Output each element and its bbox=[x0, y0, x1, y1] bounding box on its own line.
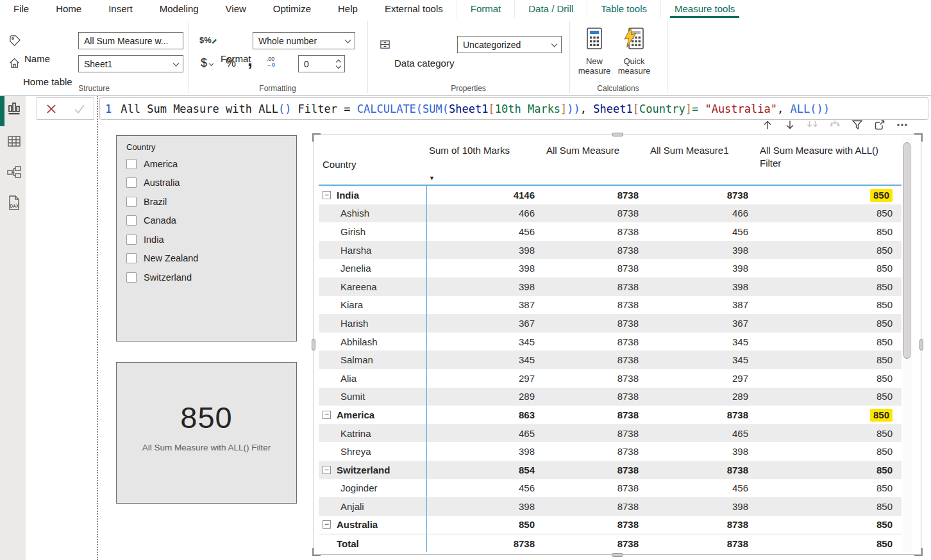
scrollbar-thumb[interactable] bbox=[903, 142, 910, 359]
collapse-icon[interactable]: − bbox=[323, 411, 331, 419]
menu-tab-view[interactable]: View bbox=[212, 0, 260, 18]
column-separator[interactable] bbox=[426, 186, 427, 552]
table-row-abhilash[interactable]: Abhilash3458738345850 bbox=[319, 333, 902, 351]
menu-tab-file[interactable]: File bbox=[0, 0, 42, 18]
table-row-alia[interactable]: Alia2978738297850 bbox=[319, 369, 902, 388]
filter-icon[interactable] bbox=[850, 119, 864, 132]
drill-up-icon[interactable] bbox=[760, 119, 774, 132]
report-view-button[interactable] bbox=[6, 101, 22, 118]
table-row-jenelia[interactable]: Jenelia3988738398850 bbox=[319, 259, 902, 277]
table-row-salman[interactable]: Salman3458738345850 bbox=[319, 350, 902, 369]
slicer-item-america[interactable]: America bbox=[126, 154, 296, 174]
table-scrollbar[interactable] bbox=[903, 136, 912, 552]
checkbox-brazil[interactable] bbox=[126, 197, 137, 207]
measure-name-input[interactable]: All Sum Measure w... bbox=[78, 32, 183, 49]
table-row-america[interactable]: −America86387388738850 bbox=[319, 406, 902, 424]
decimal-places-icon[interactable]: .00 →0 bbox=[260, 56, 281, 68]
value-cell: 345 bbox=[426, 354, 544, 365]
quick-measure-button[interactable]: Quick measure bbox=[614, 27, 654, 92]
commit-formula-button[interactable] bbox=[65, 98, 94, 119]
table-row-australia[interactable]: −Australia85087388738850 bbox=[319, 516, 902, 534]
table-row-kareena[interactable]: Kareena3988738398850 bbox=[319, 277, 902, 296]
table-row-harish[interactable]: Harish3678738367850 bbox=[319, 314, 902, 333]
home-table-select[interactable]: Sheet1 bbox=[78, 55, 183, 72]
value-cell: 8738 bbox=[544, 263, 648, 274]
cancel-formula-button[interactable] bbox=[37, 98, 65, 119]
slicer-item-canada[interactable]: Canada bbox=[126, 211, 296, 231]
menu-tab-measure-tools[interactable]: Measure tools bbox=[660, 0, 748, 18]
menu-tab-table-tools[interactable]: Table tools bbox=[587, 0, 660, 18]
value-cell: 854 bbox=[426, 465, 544, 475]
table-row-joginder[interactable]: Joginder4568738456850 bbox=[319, 479, 902, 498]
slicer-item-switzerland[interactable]: Switzerland bbox=[126, 268, 296, 287]
column-header-label: Sum of 10th Marks bbox=[429, 145, 510, 156]
checkbox-switzerland[interactable] bbox=[126, 272, 137, 283]
column-header-country[interactable]: Country bbox=[319, 136, 426, 185]
decimal-places-stepper[interactable]: 0 bbox=[298, 55, 345, 72]
formula-bar[interactable]: 1 All Sum Measure with ALL() Filter = CA… bbox=[99, 97, 928, 120]
collapse-icon[interactable]: − bbox=[323, 466, 331, 474]
menu-tab-insert[interactable]: Insert bbox=[95, 0, 146, 18]
value-cell: 850 bbox=[757, 373, 902, 384]
more-options-icon[interactable] bbox=[895, 119, 909, 132]
data-category-select[interactable]: Uncategorized bbox=[457, 36, 562, 53]
row-label: Girish bbox=[340, 226, 365, 237]
menu-tab-optimize[interactable]: Optimize bbox=[260, 0, 324, 18]
resize-handle[interactable] bbox=[312, 339, 315, 350]
format-select[interactable]: Whole number bbox=[253, 32, 355, 49]
table-row-anjali[interactable]: Anjali3988738398850 bbox=[319, 497, 902, 516]
menu-tab-help[interactable]: Help bbox=[324, 0, 371, 18]
stepper-arrows[interactable] bbox=[333, 60, 344, 68]
collapse-icon[interactable]: − bbox=[323, 520, 331, 529]
collapse-icon[interactable]: − bbox=[323, 191, 331, 199]
resize-handle[interactable] bbox=[914, 133, 923, 142]
slicer-items: AmericaAustraliaBrazilCanadaIndiaNew Zea… bbox=[117, 154, 296, 287]
model-view-button[interactable] bbox=[6, 165, 22, 182]
checkbox-australia[interactable] bbox=[126, 177, 137, 188]
table-row-girish[interactable]: Girish4568738456850 bbox=[319, 222, 902, 241]
table-row-india[interactable]: −India414687388738850 bbox=[319, 186, 902, 204]
new-measure-button[interactable]: New measure bbox=[575, 27, 614, 92]
menu-tab-data-drill[interactable]: Data / Drill bbox=[514, 0, 587, 18]
drill-down-icon[interactable] bbox=[783, 119, 796, 132]
slicer-item-australia[interactable]: Australia bbox=[126, 174, 296, 193]
dax-query-view-button[interactable]: DAX bbox=[6, 196, 22, 213]
table-row-total[interactable]: Total873887388738850 bbox=[319, 534, 902, 552]
checkbox-india[interactable] bbox=[126, 235, 137, 245]
currency-format-button[interactable]: $ bbox=[201, 56, 213, 70]
table-row-ashish[interactable]: Ashish4668738466850 bbox=[319, 204, 902, 223]
table-view-button[interactable] bbox=[6, 135, 22, 151]
card-visual[interactable]: 850 All Sum Measure with ALL() Filter bbox=[116, 362, 297, 504]
focus-mode-icon[interactable] bbox=[873, 119, 886, 132]
resize-handle[interactable] bbox=[612, 553, 623, 557]
column-header-all-sum-measure-with-all-filter[interactable]: All Sum Measure with ALL() Filter bbox=[757, 136, 902, 185]
resize-handle[interactable] bbox=[914, 548, 923, 556]
checkbox-new-zealand[interactable] bbox=[126, 253, 137, 263]
table-row-katrina[interactable]: Katrina4658738465850 bbox=[319, 424, 902, 443]
table-row-shreya[interactable]: Shreya3988738398850 bbox=[319, 442, 902, 461]
svg-text:DAX: DAX bbox=[10, 204, 19, 208]
slicer-item-brazil[interactable]: Brazil bbox=[126, 192, 296, 211]
table-row-switzerland[interactable]: −Switzerland85487388738850 bbox=[319, 461, 902, 479]
matrix-table[interactable]: CountrySum of 10th Marks▼All Sum Measure… bbox=[319, 136, 902, 552]
percent-format-button[interactable]: % bbox=[226, 56, 236, 70]
checkbox-america[interactable] bbox=[126, 159, 137, 169]
checkbox-canada[interactable] bbox=[126, 215, 137, 226]
menu-tab-external-tools[interactable]: External tools bbox=[371, 0, 457, 18]
table-row-kiara[interactable]: Kiara3878738387850 bbox=[319, 296, 902, 315]
column-header-sum-of-10th-marks[interactable]: Sum of 10th Marks▼ bbox=[426, 136, 544, 185]
column-header-all-sum-measure[interactable]: All Sum Measure bbox=[544, 136, 648, 185]
menu-tab-modeling[interactable]: Modeling bbox=[146, 0, 212, 18]
row-label: Kiara bbox=[340, 299, 363, 310]
column-header-all-sum-measure1[interactable]: All Sum Measure1 bbox=[648, 136, 757, 185]
row-header-cell: Abhilash bbox=[319, 336, 426, 347]
slicer-item-india[interactable]: India bbox=[126, 230, 296, 249]
table-row-harsha[interactable]: Harsha3988738398850 bbox=[319, 241, 902, 259]
table-row-sumit[interactable]: Sumit2898738289850 bbox=[319, 388, 902, 406]
menu-tab-format[interactable]: Format bbox=[457, 0, 515, 18]
thousands-separator-button[interactable]: , bbox=[247, 50, 253, 70]
menu-tab-home[interactable]: Home bbox=[42, 0, 95, 18]
resize-handle[interactable] bbox=[919, 339, 923, 350]
slicer-item-new-zealand[interactable]: New Zealand bbox=[126, 249, 296, 268]
country-slicer[interactable]: Country AmericaAustraliaBrazilCanadaIndi… bbox=[116, 135, 297, 342]
